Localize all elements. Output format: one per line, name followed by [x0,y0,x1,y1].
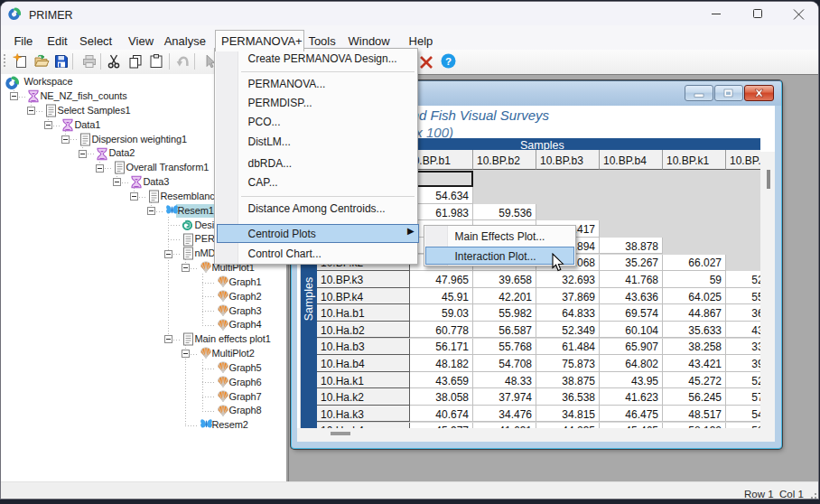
svg-text:?: ? [445,56,452,67]
